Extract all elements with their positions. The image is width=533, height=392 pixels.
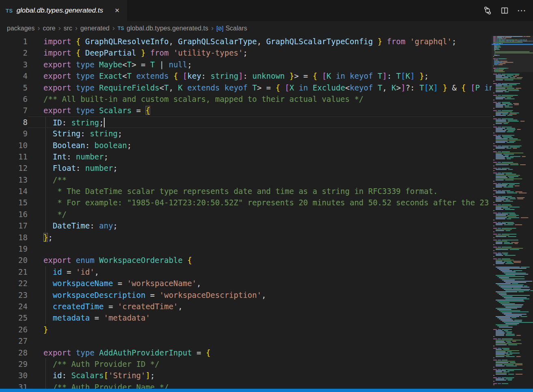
indent-guide xyxy=(45,266,46,278)
code-line[interactable]: 7export type Scalars = { xyxy=(0,105,492,116)
code-line[interactable]: 26} xyxy=(0,324,492,335)
code-line[interactable]: 19 xyxy=(0,243,492,254)
line-number[interactable]: 26 xyxy=(0,324,28,335)
code-line[interactable]: 20export enum WorkspaceOrderable { xyxy=(0,254,492,266)
token: string xyxy=(211,71,239,80)
line-number[interactable]: 16 xyxy=(0,209,28,220)
line-number[interactable]: 1 xyxy=(0,36,28,47)
line-number[interactable]: 10 xyxy=(0,140,28,151)
code-line[interactable]: 12 Float: number; xyxy=(0,162,492,174)
code-line[interactable]: 9 String: string; xyxy=(0,128,492,139)
token: { xyxy=(187,256,192,265)
code-line[interactable]: 11 Int: number; xyxy=(0,151,492,162)
line-number[interactable]: 13 xyxy=(0,174,28,185)
line-number[interactable]: 2 xyxy=(0,47,28,58)
breadcrumb: packages›core›src›generated›TSglobal.db.… xyxy=(0,21,533,36)
line-number[interactable]: 25 xyxy=(0,312,28,323)
line-number[interactable]: 21 xyxy=(0,266,28,278)
breadcrumb-item-core[interactable]: core xyxy=(43,25,56,32)
line-number[interactable]: 11 xyxy=(0,151,28,162)
line-number[interactable]: 9 xyxy=(0,128,28,139)
more-actions-button[interactable]: ⋯ xyxy=(516,5,527,16)
line-number[interactable]: 28 xyxy=(0,347,28,358)
code-line[interactable]: 8 ID: string; xyxy=(0,116,492,128)
token: T xyxy=(378,83,382,92)
code-line[interactable]: 17 DateTime: any; xyxy=(0,220,492,231)
code-line[interactable]: 18}; xyxy=(0,232,492,243)
code-line[interactable]: 10 Boolean: boolean; xyxy=(0,140,492,151)
code-line[interactable]: 5export type RequireFields<T, K extends … xyxy=(0,82,492,93)
code-line[interactable]: 1import { GraphQLResolveInfo, GraphQLSca… xyxy=(0,36,492,47)
breadcrumb-item-packages[interactable]: packages xyxy=(7,25,35,32)
line-number[interactable]: 5 xyxy=(0,82,28,93)
token xyxy=(131,71,136,80)
code-line[interactable]: 15 * For example: "1985-04-12T23:20:50.5… xyxy=(0,197,492,208)
line-number[interactable]: 7 xyxy=(0,105,28,116)
token: : xyxy=(201,71,211,80)
token: T xyxy=(378,71,382,80)
line-number[interactable]: 14 xyxy=(0,185,28,197)
line-number[interactable]: 31 xyxy=(0,381,28,389)
line-number[interactable]: 29 xyxy=(0,358,28,370)
line-number[interactable]: 30 xyxy=(0,370,28,381)
code-line[interactable]: 4export type Exact<T extends { [key: str… xyxy=(0,70,492,82)
line-number[interactable]: 23 xyxy=(0,289,28,301)
tab-bar: TS global.db.types.generated.ts ✕ ⋯ xyxy=(0,0,533,21)
token: export xyxy=(43,348,71,357)
code-line[interactable]: 28export type AddAuthProviderInput = { xyxy=(0,347,492,358)
minimap-slider[interactable] xyxy=(492,36,533,72)
line-number[interactable]: 4 xyxy=(0,70,28,82)
token: ; xyxy=(127,141,131,150)
code-line[interactable]: 27 xyxy=(0,335,492,347)
token xyxy=(95,71,99,80)
code-line[interactable]: 22 workspaceName = 'workspaceName', xyxy=(0,278,492,289)
line-number[interactable]: 6 xyxy=(0,93,28,105)
code-line[interactable]: 6/** All built-in and custom scalars, ma… xyxy=(0,93,492,105)
token: ; xyxy=(452,37,456,46)
token: } xyxy=(141,48,145,57)
code-text: export type Maybe<T> = T | null; xyxy=(28,59,492,70)
open-changes-button[interactable] xyxy=(482,5,493,16)
code-line[interactable]: 24 createdTime = 'createdTime', xyxy=(0,301,492,312)
editor-tab[interactable]: TS global.db.types.generated.ts ✕ xyxy=(0,0,127,21)
close-icon[interactable]: ✕ xyxy=(113,6,121,15)
split-editor-icon xyxy=(500,6,509,15)
indent-guide xyxy=(45,358,46,370)
breadcrumb-item-scalars[interactable]: [⊘]Scalars xyxy=(216,25,247,32)
code-line[interactable]: 23 workspaceDescription = 'workspaceDesc… xyxy=(0,289,492,301)
line-number[interactable]: 19 xyxy=(0,243,28,254)
breadcrumb-label: packages xyxy=(7,25,35,32)
breadcrumb-item-global-db-types-generated-ts[interactable]: TSglobal.db.types.generated.ts xyxy=(118,25,208,32)
line-number[interactable]: 8 xyxy=(0,116,28,128)
breadcrumb-label: core xyxy=(43,25,56,32)
line-number[interactable]: 18 xyxy=(0,232,28,243)
code-line[interactable]: 31 /** Auth Provider Name */ xyxy=(0,381,492,389)
code-line[interactable]: 13 /** xyxy=(0,174,492,185)
line-number[interactable]: 22 xyxy=(0,278,28,289)
line-number[interactable]: 15 xyxy=(0,197,28,208)
code-line[interactable]: 21 id = 'id', xyxy=(0,266,492,278)
minimap[interactable] xyxy=(492,36,533,389)
line-number[interactable]: 20 xyxy=(0,254,28,266)
line-number[interactable]: 3 xyxy=(0,59,28,70)
code-line[interactable]: 30 id: Scalars['String']; xyxy=(0,370,492,381)
breadcrumb-label: global.db.types.generated.ts xyxy=(127,25,208,32)
code-line[interactable]: 3export type Maybe<T> = T | null; xyxy=(0,59,492,70)
split-editor-button[interactable] xyxy=(499,5,510,16)
token: DateTime xyxy=(43,221,90,230)
token: { xyxy=(275,83,280,92)
line-number[interactable]: 17 xyxy=(0,220,28,231)
code-line[interactable]: 29 /** Auth Provider ID */ xyxy=(0,358,492,370)
breadcrumb-item-src[interactable]: src xyxy=(64,25,72,32)
code-line[interactable]: 2import { DeepPartial } from 'utility-ty… xyxy=(0,47,492,58)
breadcrumb-item-generated[interactable]: generated xyxy=(80,25,110,32)
code-line[interactable]: 16 */ xyxy=(0,209,492,220)
line-number[interactable]: 27 xyxy=(0,335,28,347)
token xyxy=(294,83,299,92)
indent-guide xyxy=(45,197,46,208)
line-number[interactable]: 12 xyxy=(0,162,28,174)
line-number[interactable]: 24 xyxy=(0,301,28,312)
code-line[interactable]: 25 metadata = 'metadata' xyxy=(0,312,492,323)
code-line[interactable]: 14 * The DateTime scalar type represents… xyxy=(0,185,492,197)
token: : xyxy=(81,129,90,138)
